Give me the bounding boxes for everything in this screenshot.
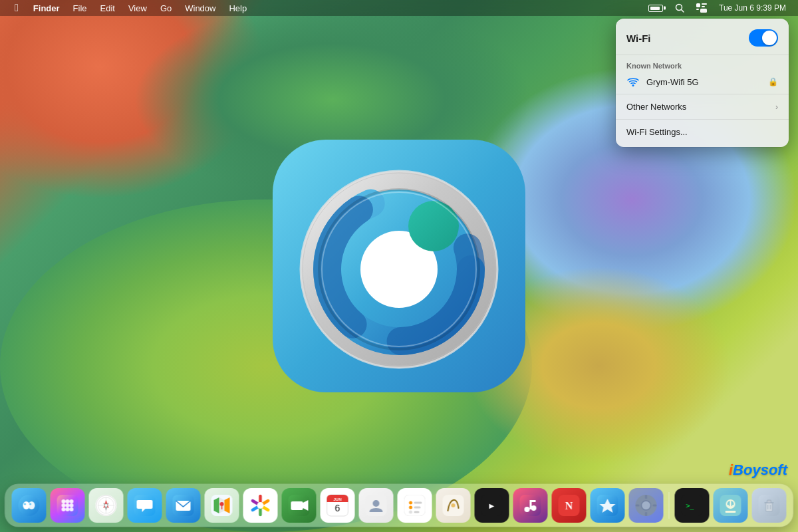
battery-indicator[interactable] <box>644 5 667 12</box>
dock-item-maps[interactable] <box>205 488 239 523</box>
svg-point-27 <box>66 499 70 503</box>
file-menu[interactable]: File <box>68 0 92 16</box>
svg-point-28 <box>70 499 74 503</box>
svg-point-34 <box>70 507 74 511</box>
wifi-panel-header: Wi-Fi <box>616 27 789 55</box>
svg-point-50 <box>257 502 264 509</box>
svg-rect-82 <box>645 495 647 499</box>
dock-item-photos[interactable] <box>243 488 278 523</box>
svg-point-23 <box>24 503 26 505</box>
dock-item-music[interactable] <box>513 488 548 523</box>
wifi-lock-icon: 🔒 <box>768 77 778 86</box>
wifi-other-networks-label: Other Networks <box>626 102 686 112</box>
dock-item-launchpad[interactable] <box>51 488 85 523</box>
svg-rect-3 <box>702 3 707 5</box>
dock-item-mail[interactable] <box>166 488 201 523</box>
main-app-icon <box>273 140 525 392</box>
svg-rect-84 <box>636 505 640 507</box>
svg-rect-52 <box>291 501 303 510</box>
window-menu[interactable]: Window <box>180 0 221 16</box>
edit-menu[interactable]: Edit <box>95 0 120 16</box>
svg-text:JUN: JUN <box>333 497 341 501</box>
desktop:  Finder File Edit View Go Window Help <box>0 0 798 532</box>
dock-item-contacts[interactable] <box>359 488 394 523</box>
view-menu[interactable]: View <box>123 0 152 16</box>
svg-rect-4 <box>702 6 705 7</box>
svg-point-19 <box>632 84 634 86</box>
wifi-panel-title: Wi-Fi <box>626 33 651 44</box>
svg-rect-94 <box>767 500 771 503</box>
dock-item-facetime[interactable] <box>282 488 317 523</box>
svg-rect-2 <box>696 3 700 7</box>
dock-item-appletv[interactable]: ▶ <box>475 488 509 523</box>
svg-rect-5 <box>696 9 699 10</box>
svg-point-26 <box>62 499 66 503</box>
svg-rect-90 <box>726 511 736 513</box>
svg-rect-6 <box>700 9 707 13</box>
svg-point-42 <box>105 504 108 507</box>
wifi-divider <box>616 94 789 94</box>
svg-point-24 <box>29 503 31 505</box>
svg-text:▶: ▶ <box>489 502 495 509</box>
svg-point-29 <box>62 503 66 507</box>
svg-rect-83 <box>645 512 647 516</box>
wifi-divider-2 <box>616 119 789 120</box>
dock-item-trash[interactable] <box>752 488 787 523</box>
dock-item-systemsettings[interactable] <box>629 488 664 523</box>
finder-menu[interactable]: Finder <box>28 0 65 16</box>
iboysoft-watermark: iBoysoft <box>729 462 787 479</box>
svg-rect-76 <box>530 500 536 502</box>
svg-point-22 <box>29 501 35 509</box>
svg-point-31 <box>70 503 74 507</box>
svg-point-69 <box>452 503 456 507</box>
dock-item-news[interactable]: N <box>552 488 587 523</box>
svg-rect-63 <box>414 502 422 504</box>
battery-icon <box>648 5 663 12</box>
spotlight-button[interactable] <box>671 3 688 13</box>
dock: JUN 6 <box>5 484 793 527</box>
wifi-settings-item[interactable]: Wi-Fi Settings... <box>616 122 789 142</box>
go-menu[interactable]: Go <box>155 0 177 16</box>
dock-separator <box>669 492 670 519</box>
dock-item-freeform[interactable] <box>436 488 471 523</box>
svg-point-48 <box>220 502 224 506</box>
svg-rect-65 <box>414 507 421 509</box>
svg-text:6: 6 <box>335 503 340 513</box>
watermark-rest: Boysoft <box>733 462 787 478</box>
wifi-chevron-icon: › <box>775 102 778 112</box>
wifi-panel: Wi-Fi Known Network Grym-Wifi 5G 🔒 Other… <box>616 19 789 147</box>
dock-item-terminal[interactable]: >_ <box>675 488 710 523</box>
svg-point-73 <box>525 507 530 512</box>
dock-item-airdrop[interactable] <box>714 488 748 523</box>
dock-item-safari[interactable] <box>89 488 124 523</box>
svg-point-66 <box>409 511 412 514</box>
svg-point-32 <box>62 507 66 511</box>
dock-item-reminders[interactable] <box>398 488 432 523</box>
svg-line-1 <box>682 10 684 13</box>
svg-point-64 <box>409 506 412 509</box>
wifi-signal-icon <box>626 76 640 87</box>
svg-point-33 <box>66 507 70 511</box>
wifi-toggle-knob <box>762 31 777 45</box>
datetime-display[interactable]: Tue Jun 6 9:39 PM <box>715 3 790 13</box>
dock-item-finder[interactable] <box>12 488 47 523</box>
help-menu[interactable]: Help <box>223 0 252 16</box>
apple-menu[interactable]:  <box>8 0 25 16</box>
wifi-other-networks-item[interactable]: Other Networks › <box>616 97 789 116</box>
dock-item-appstore[interactable] <box>591 488 625 523</box>
menubar-left:  Finder File Edit View Go Window Help <box>8 0 252 16</box>
menubar-right: Tue Jun 6 9:39 PM <box>644 3 790 13</box>
control-center-button[interactable] <box>692 3 711 13</box>
wifi-network-name: Grym-Wifi 5G <box>646 77 768 87</box>
svg-point-60 <box>373 500 380 507</box>
dock-item-calendar[interactable]: JUN 6 <box>321 488 355 523</box>
wifi-settings-label: Wi-Fi Settings... <box>626 127 688 137</box>
svg-rect-67 <box>414 511 420 513</box>
wifi-network-item[interactable]: Grym-Wifi 5G 🔒 <box>616 72 789 91</box>
wifi-toggle[interactable] <box>749 29 778 47</box>
svg-text:>_: >_ <box>686 502 695 510</box>
svg-rect-92 <box>766 503 773 511</box>
dock-item-messages[interactable] <box>128 488 162 523</box>
menubar:  Finder File Edit View Go Window Help <box>0 0 798 16</box>
svg-point-81 <box>642 501 651 510</box>
